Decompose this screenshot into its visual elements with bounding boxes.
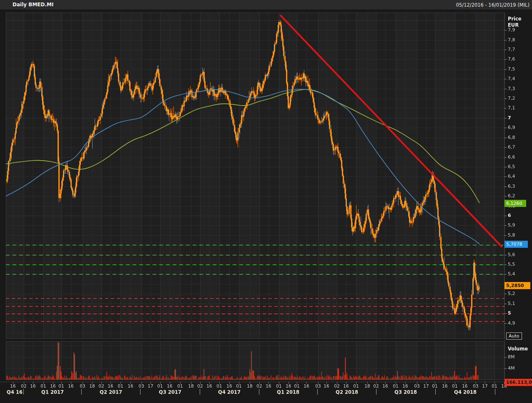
- quarter-label: Q1 2017: [41, 389, 64, 395]
- date-tick-label: 01: [157, 383, 163, 388]
- price-tick-label: 6: [508, 213, 511, 218]
- quarter-separator: [140, 389, 141, 395]
- volume-tick-label: 8M: [508, 354, 515, 360]
- price-tick-label: 7: [508, 115, 511, 121]
- price-tick-label: 7,8: [508, 37, 515, 43]
- price-tick-label: 6,9: [508, 125, 515, 130]
- date-tick-label: 18: [247, 383, 252, 388]
- date-tick-label: 01: [236, 383, 241, 388]
- date-tick-label: 16: [167, 383, 172, 388]
- last-trade-price-label: 5,2850: [504, 282, 530, 289]
- quarter-label: Q4 16: [7, 389, 23, 395]
- price-tick-label: 5,1: [508, 301, 515, 306]
- price-tick-label: 6,4: [508, 174, 515, 179]
- chart-window: Daily BMED.MI 05/12/2016 - 16/01/2019 (M…: [0, 0, 532, 403]
- price-tick-label: 5,9: [508, 222, 515, 228]
- quarter-label: Q2 2018: [336, 389, 358, 395]
- quarter-label: Q3 2018: [394, 389, 417, 395]
- quarter-separator: [495, 389, 495, 395]
- quarter-label: Q4 2018: [454, 389, 477, 395]
- date-tick-label: 02: [98, 383, 104, 388]
- date-tick-label: 03: [473, 383, 478, 388]
- quarter-label: Q4 2017: [218, 389, 241, 395]
- price-tick-label: 6,3: [508, 184, 515, 189]
- price-tick-label: 7,7: [508, 47, 515, 52]
- date-tick-label: 01: [40, 383, 46, 388]
- date-tick-label: 16: [343, 383, 349, 388]
- quarter-label: Q3 2017: [159, 389, 181, 395]
- price-tick-label: 6,8: [508, 135, 515, 140]
- date-tick-label: 01: [353, 383, 359, 388]
- date-tick-label: 03: [414, 383, 419, 388]
- date-tick-label: 16: [128, 383, 133, 388]
- chart-header: Daily BMED.MI 05/12/2016 - 16/01/2019 (M…: [0, 0, 532, 10]
- price-axis-title-line1: Price: [508, 16, 522, 22]
- price-tick-label: 5,5: [508, 262, 515, 267]
- date-tick-label: 16: [30, 383, 35, 388]
- date-tick-label: 16: [226, 383, 232, 388]
- date-tick-label: 16: [304, 383, 309, 388]
- date-tick-label: 03: [315, 383, 321, 388]
- quarter-separator: [23, 389, 24, 395]
- quarter-separator: [81, 389, 82, 395]
- date-tick-label: 17: [148, 383, 153, 388]
- price-tick-label: 4,9: [508, 320, 515, 326]
- quarter-separator: [200, 389, 200, 395]
- auto-scale-button[interactable]: Auto: [506, 332, 522, 340]
- date-tick-label: 01: [216, 383, 222, 388]
- date-tick-label: 01: [118, 383, 123, 388]
- date-tick-label: 01: [393, 383, 398, 388]
- price-tick-label: 7,3: [508, 86, 515, 91]
- price-tick-label: 6,2: [508, 193, 515, 199]
- date-tick-label: 16: [68, 383, 73, 388]
- volume-tick-label: 4M: [508, 365, 515, 371]
- date-tick-label: 01: [276, 383, 281, 388]
- price-tick-label: 7,4: [508, 76, 515, 81]
- price-tick-label: 6,6: [508, 154, 515, 160]
- date-tick-label: 01: [492, 383, 497, 388]
- date-tick-label: 02: [256, 383, 262, 388]
- date-tick-label: 02: [21, 383, 26, 388]
- date-tick-label: 16: [462, 383, 467, 388]
- price-tick-label: 5,6: [508, 252, 515, 257]
- price-tick-label: 5,4: [508, 271, 515, 277]
- date-tick-label: 16: [286, 383, 291, 388]
- date-tick-label: 16: [442, 383, 447, 388]
- price-tick-label: 5: [508, 310, 511, 316]
- quarter-separator: [435, 389, 436, 395]
- price-axis[interactable]: Price EUR 7,97,87,77,67,57,47,37,27,176,…: [504, 10, 532, 396]
- quarter-label: Q2 2017: [100, 389, 122, 395]
- date-tick-label: 01: [58, 383, 64, 388]
- date-tick-label: 16: [402, 383, 408, 388]
- date-range: 05/12/2016 - 16/01/2019 (MIL): [456, 2, 529, 8]
- date-tick-label: 16: [206, 383, 212, 388]
- date-tick-label: 16: [108, 383, 113, 388]
- quarter-label: Q1 2018: [277, 389, 299, 395]
- last-close-price-label: 5,7078: [504, 241, 528, 248]
- price-tick-label: 7,1: [508, 105, 515, 111]
- price-axis-title: Price EUR: [508, 16, 522, 28]
- date-tick-label: 02: [334, 383, 339, 388]
- date-tick-label: 16: [50, 383, 55, 388]
- price-tick-label: 5,8: [508, 232, 515, 238]
- price-tick-label: 7,5: [508, 66, 515, 72]
- date-tick-label: 01: [432, 383, 437, 388]
- last-volume-label: 166.113,00: [504, 379, 532, 386]
- quarter-separator: [259, 389, 259, 395]
- time-axis[interactable]: 1602160116011603180216011603170116011802…: [0, 382, 532, 398]
- date-tick-label: 03: [80, 383, 85, 388]
- date-tick-label: 17: [482, 383, 487, 388]
- date-tick-label: 01: [452, 383, 457, 388]
- quarter-separator: [376, 389, 376, 395]
- date-tick-label: 03: [138, 383, 144, 388]
- date-tick-label: 02: [197, 383, 203, 388]
- volume-axis-title: Volume: [508, 346, 528, 352]
- date-tick-label: 16: [382, 383, 388, 388]
- date-tick-label: 01: [294, 383, 299, 388]
- ma-green-price-label: 6,1260: [504, 200, 526, 207]
- date-tick-label: 16: [324, 383, 329, 388]
- date-tick-label: 01: [177, 383, 183, 388]
- price-tick-label: 7,2: [508, 96, 515, 101]
- quarter-separator: [317, 389, 318, 395]
- chart-plot-canvas[interactable]: [0, 0, 532, 403]
